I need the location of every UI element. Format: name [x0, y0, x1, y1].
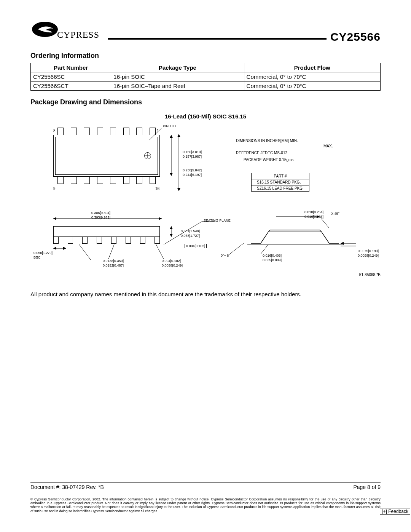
dim-157: 0.157[3.987]	[183, 155, 202, 158]
page-header: CYPRESS CY25566	[30, 21, 381, 44]
dims-max: MAX.	[323, 144, 333, 148]
svg-marker-3	[170, 135, 173, 138]
dim-035: 0.035[0.889]	[263, 258, 282, 262]
dim-0192: 0.0192[0.487]	[103, 264, 124, 267]
feedback-button[interactable]: [+] Feedback	[380, 508, 410, 515]
trademark-note: All product and company names mentioned …	[30, 291, 381, 297]
doc-number: Document #: 38-07429 Rev. *B	[30, 484, 104, 490]
svg-marker-17	[53, 247, 56, 250]
x45: X 45°	[331, 212, 339, 216]
page-footer: Document #: 38-07429 Rev. *B Page 8 of 9	[30, 482, 381, 490]
ordering-table: Part Number Package Type Product Flow CY…	[30, 63, 381, 91]
package-heading: Package Drawing and Dimensions	[30, 98, 381, 106]
package-diagram: 8 1 9 16 PIN 1 ID	[30, 123, 381, 283]
svg-marker-4	[170, 173, 173, 176]
svg-marker-9	[53, 217, 56, 220]
side-pins	[53, 237, 160, 244]
dim-230: 0.230[5.842]	[183, 168, 202, 172]
svg-marker-14	[170, 226, 173, 229]
dim-0098a: 0.0098[0.249]	[162, 264, 183, 267]
svg-line-1	[149, 128, 162, 140]
svg-line-21	[156, 244, 164, 259]
table-row: CY25566SCT 16-pin SOIC–Tape and Reel Com…	[31, 81, 381, 91]
pin1-marker-icon	[144, 152, 151, 159]
svg-marker-6	[177, 134, 180, 137]
legal-text: © Cypress Semiconductor Corporation, 200…	[30, 497, 381, 513]
th-part-number: Part Number	[31, 63, 111, 72]
part-number-title: CY25566	[330, 30, 381, 43]
part-table: PART # S16.15 STANDARD PKG. SZ16.15 LEAD…	[251, 173, 309, 192]
table-row: CY25566SC 16-pin SOIC Commercial, 0° to …	[31, 72, 381, 81]
dim-150: 0.150[3.810]	[183, 150, 202, 154]
th-product-flow: Product Flow	[244, 63, 380, 72]
dims-note: DIMENSIONS IN INCHES[MM] MIN.	[236, 139, 298, 143]
dim-061: 0.061[1.549]	[181, 229, 200, 233]
chip-side-view	[53, 226, 160, 237]
pkg-weight: PACKAGE WEIGHT 0.15gms	[244, 158, 293, 162]
svg-marker-15	[170, 234, 173, 237]
svg-line-24	[261, 244, 268, 254]
seating-plane: SEATING PLANE	[204, 219, 231, 222]
chip-top-view	[53, 135, 160, 177]
th-package-type: Package Type	[111, 63, 244, 72]
svg-marker-7	[177, 188, 180, 191]
dim-010: 0.010[0.254]	[304, 210, 323, 214]
svg-marker-29	[341, 242, 344, 245]
pin-label-9: 9	[53, 187, 56, 191]
brand-text: CYPRESS	[57, 30, 99, 40]
svg-line-19	[79, 244, 91, 260]
svg-line-23	[230, 243, 244, 254]
bsc: BSC	[33, 256, 41, 259]
dim-016b: 0.016[0.406]	[304, 215, 323, 219]
dim-004a: 0.004[0.102]	[185, 244, 207, 248]
dim-0075: 0.0075[0.190]	[358, 249, 379, 253]
svg-marker-10	[159, 217, 162, 220]
dim-068: 0.068[1.727]	[181, 234, 200, 238]
dim-244: 0.244[6.197]	[183, 173, 202, 177]
dim-386: 0.386[9.804]	[91, 211, 110, 215]
dim-0098b: 0.0098[0.249]	[358, 254, 379, 257]
ref-jedec: REFERENCE JEDEC MS-012	[236, 151, 287, 155]
ordering-heading: Ordering Information	[30, 52, 381, 60]
pin-label-8: 8	[53, 129, 56, 133]
svg-marker-18	[63, 247, 66, 250]
svg-line-20	[108, 244, 114, 259]
header-rule	[108, 38, 327, 40]
cypress-logo: CYPRESS	[30, 21, 107, 44]
pin-label-16: 16	[155, 187, 159, 191]
page-number: Page 8 of 9	[353, 484, 381, 490]
package-subtitle: 16-Lead (150-Mil) SOIC S16.15	[30, 113, 381, 120]
dim-393: 0.393[9.982]	[91, 216, 110, 219]
drawing-number: 51-85068-*B	[359, 273, 381, 277]
dim-050: 0.050[1.270]	[33, 251, 53, 255]
